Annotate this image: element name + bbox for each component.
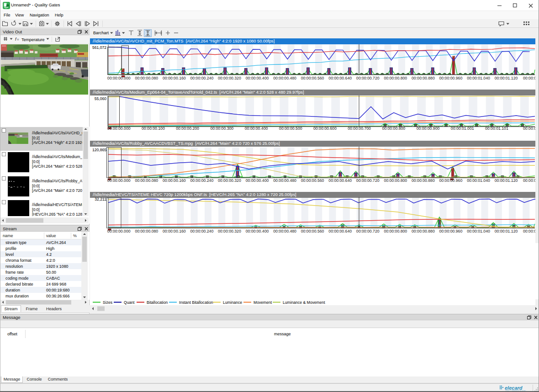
svg-text:00:00:00.640: 00:00:00.640: [328, 76, 352, 80]
svg-text:00:00:01.001: 00:00:01.001: [451, 126, 474, 131]
svg-text:00:00:00.000: 00:00:00.000: [107, 126, 131, 131]
svg-text:00:00:00.880: 00:00:00.880: [412, 229, 435, 233]
svg-text:00:00:01.040: 00:00:01.040: [467, 229, 490, 233]
svg-text:00:00:00.000: 00:00:00.000: [107, 76, 131, 80]
svg-text:00:00:00.560: 00:00:00.560: [301, 178, 324, 183]
svg-text:00:00:01.040: 00:00:01.040: [467, 178, 490, 183]
svg-text:00:00:00.900: 00:00:00.900: [417, 126, 440, 131]
svg-text:00:00:00.800: 00:00:00.800: [384, 178, 407, 183]
svg-text:00:00:00.000: 00:00:00.000: [107, 178, 131, 183]
svg-text:00:00:00.080: 00:00:00.080: [135, 76, 158, 80]
svg-text:00:00:00.640: 00:00:00.640: [328, 229, 352, 233]
svg-text:00:00:00.800: 00:00:00.800: [382, 126, 405, 131]
svg-text:00:00:00.240: 00:00:00.240: [190, 178, 214, 183]
svg-text:00:00:00.500: 00:00:00.500: [279, 126, 302, 131]
svg-text:00:00:00.080: 00:00:00.080: [135, 229, 158, 233]
svg-text:00:00:00.320: 00:00:00.320: [218, 229, 241, 233]
svg-text:00:00:00.640: 00:00:00.640: [328, 178, 352, 183]
svg-text:00:00:00.240: 00:00:00.240: [190, 229, 214, 233]
svg-text:00:00:00.720: 00:00:00.720: [356, 229, 380, 233]
svg-text:00:00:00.400: 00:00:00.400: [246, 229, 269, 233]
svg-text:00:00:00.160: 00:00:00.160: [163, 178, 186, 183]
svg-text:00:00:00.100: 00:00:00.100: [142, 126, 165, 131]
svg-text:00:00:00.720: 00:00:00.720: [356, 178, 380, 183]
svg-text:00:00:00.320: 00:00:00.320: [218, 178, 241, 183]
svg-text:00:00:00.960: 00:00:00.960: [439, 76, 463, 80]
svg-text:00:00:00.300: 00:00:00.300: [210, 126, 233, 131]
svg-text:00:00:00.800: 00:00:00.800: [384, 76, 407, 80]
svg-text:00:00:00.560: 00:00:00.560: [301, 229, 324, 233]
svg-text:00:00:00.240: 00:00:00.240: [190, 76, 214, 80]
svg-text:00:00:00.400: 00:00:00.400: [246, 178, 269, 183]
svg-text:00:00:00.000: 00:00:00.000: [107, 229, 131, 233]
svg-text:00:00:00.700: 00:00:00.700: [348, 126, 371, 131]
svg-text:00:00:01.120: 00:00:01.120: [495, 76, 518, 80]
svg-text:00:00:00.880: 00:00:00.880: [412, 178, 435, 183]
svg-text:00:00:00.480: 00:00:00.480: [273, 178, 296, 183]
svg-text:00:00:00.160: 00:00:00.160: [163, 229, 186, 233]
svg-text:00:00:00.960: 00:00:00.960: [439, 178, 463, 183]
svg-text:00:00:0: 00:00:0: [523, 178, 536, 183]
svg-text:00:00:01.120: 00:00:01.120: [495, 178, 518, 183]
svg-text:00:00:00.720: 00:00:00.720: [356, 76, 380, 80]
svg-text:00:00:01.120: 00:00:01.120: [495, 229, 518, 233]
svg-text:00:00:00.880: 00:00:00.880: [412, 76, 435, 80]
svg-text:00:00:00.400: 00:00:00.400: [245, 126, 268, 131]
svg-text:00:00:00.160: 00:00:00.160: [163, 76, 186, 80]
svg-text:00:00:0: 00:00:0: [523, 76, 536, 80]
svg-text:00:00:00.320: 00:00:00.320: [218, 76, 241, 80]
svg-text:00:00:01.040: 00:00:01.040: [467, 76, 490, 80]
svg-text:=: =: [17, 37, 19, 42]
svg-text:00:00:00.960: 00:00:00.960: [439, 229, 463, 233]
svg-text:00:00:00.600: 00:00:00.600: [313, 126, 337, 131]
svg-text:00:00:00.400: 00:00:00.400: [246, 76, 269, 80]
svg-text:00:00:0: 00:00:0: [523, 126, 536, 131]
svg-text:00:00:00.080: 00:00:00.080: [135, 178, 158, 183]
svg-text:00:00:00.800: 00:00:00.800: [384, 229, 407, 233]
svg-text:00:00:0: 00:00:0: [523, 229, 536, 233]
svg-text:00:00:00.480: 00:00:00.480: [273, 229, 296, 233]
svg-text:00:00:01.101: 00:00:01.101: [485, 126, 508, 131]
svg-text:00:00:00.480: 00:00:00.480: [273, 76, 296, 80]
svg-text:00:00:00.200: 00:00:00.200: [176, 126, 199, 131]
svg-text:00:00:00.560: 00:00:00.560: [301, 76, 324, 80]
